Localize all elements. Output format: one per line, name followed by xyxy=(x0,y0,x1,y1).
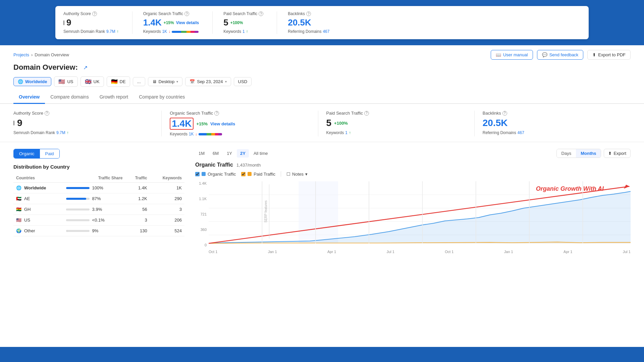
chart-controls: 1M 6M 1Y 2Y All time Days Months ⬆ Expor… xyxy=(195,149,631,158)
tab-growth-report[interactable]: Growth report xyxy=(94,91,134,104)
traffic-cell[interactable]: 1.4K xyxy=(125,183,150,193)
organic-value-highlighted: 1.4K xyxy=(170,118,194,130)
breadcrumb-projects[interactable]: Projects xyxy=(13,52,29,57)
tab-compare-countries[interactable]: Compare by countries xyxy=(133,91,190,104)
toggle-organic-btn[interactable]: Organic xyxy=(14,149,40,158)
authority-metric-info[interactable]: ? xyxy=(45,111,49,116)
organic-metric-info[interactable]: ? xyxy=(214,111,219,116)
y-label-3: 721 xyxy=(195,212,207,216)
table-row: 🌍 Other 9% 130 524 xyxy=(13,226,184,236)
tc-organic-label: Organic Search Traffic ? xyxy=(143,11,199,16)
backlinks-metric-info[interactable]: ? xyxy=(502,111,507,116)
legend-paid[interactable]: Paid Traffic xyxy=(241,172,275,177)
traffic-bar-fill xyxy=(66,219,66,221)
country-flag-icon: 🇬🇭 xyxy=(16,207,21,212)
rank-bar-icon xyxy=(63,20,64,25)
export-chart-btn[interactable]: ⬆ Export xyxy=(604,149,631,158)
keywords-cell[interactable]: 290 xyxy=(150,193,184,204)
traffic-share-cell: 3.9% xyxy=(63,204,125,215)
tc-authority-value: 9 xyxy=(63,17,119,28)
chart-title: Organic Traffic xyxy=(195,162,233,168)
filter-us[interactable]: 🇺🇸 US xyxy=(54,76,77,87)
header-actions: 📖 User manual 💬 Send feedback ⬆ Export t… xyxy=(491,50,631,60)
user-manual-button[interactable]: 📖 User manual xyxy=(491,50,533,60)
page-title-row: Domain Overview: ↗ xyxy=(0,60,644,74)
globe-icon: 🌐 xyxy=(18,79,23,84)
svg-rect-4 xyxy=(299,181,338,243)
tab-compare-domains[interactable]: Compare domains xyxy=(45,91,94,104)
time-all[interactable]: All time xyxy=(250,149,271,158)
traffic-share-cell: 87% xyxy=(63,193,125,204)
filter-currency[interactable]: USD xyxy=(234,77,252,86)
calendar-icon: 📅 xyxy=(190,79,195,84)
traffic-cell[interactable]: 56 xyxy=(125,204,150,215)
filter-device[interactable]: 🖥 Desktop ▾ xyxy=(148,77,183,86)
authority-info-icon[interactable]: ? xyxy=(92,11,97,16)
col-keywords: Keywords xyxy=(150,174,184,183)
legend-paid-checkbox[interactable] xyxy=(241,172,246,176)
table-row: 🇺🇸 US <0.1% 3 206 xyxy=(13,215,184,226)
organic-paid-toggle: Organic Paid xyxy=(13,149,60,159)
time-2y[interactable]: 2Y xyxy=(237,149,249,158)
time-6m[interactable]: 6M xyxy=(209,149,222,158)
notes-chevron-icon: ▾ xyxy=(305,172,308,177)
chart-subtitle: 1,437/month xyxy=(236,163,261,168)
keywords-cell[interactable]: 524 xyxy=(150,226,184,236)
filter-worldwide[interactable]: 🌐 Worldwide xyxy=(13,77,51,86)
serp-divider xyxy=(269,184,269,239)
tc-kw-bar xyxy=(172,31,199,33)
traffic-cell[interactable]: 3 xyxy=(125,215,150,226)
view-months-btn[interactable]: Months xyxy=(576,149,601,158)
chart-container: 1.4K 1.1K 721 360 0 SERP features xyxy=(195,181,631,254)
keywords-cell[interactable]: 3 xyxy=(150,204,184,215)
metrics-row: Authority Score ? 9 Semrush Domain Rank … xyxy=(0,104,644,142)
x-label-7: Jul 1 xyxy=(623,250,631,254)
x-axis-labels: Oct 1 Jan 1 Apr 1 Jul 1 Oct 1 Jan 1 Apr … xyxy=(209,248,631,254)
tc-authority-score: Authority Score ? 9 Semrush Domain Rank … xyxy=(63,11,119,34)
chevron-down-icon: ▾ xyxy=(176,80,178,83)
send-feedback-button[interactable]: 💬 Send feedback xyxy=(537,50,584,60)
filter-date[interactable]: 📅 Sep 23, 2024 ▾ xyxy=(185,77,231,86)
metric-authority: Authority Score ? 9 Semrush Domain Rank … xyxy=(13,111,161,136)
time-1m[interactable]: 1M xyxy=(195,149,208,158)
metric-organic-sub: Keywords 1K ↓ xyxy=(170,132,310,136)
date-chevron-icon: ▾ xyxy=(225,80,227,83)
paid-info-icon[interactable]: ? xyxy=(259,11,263,16)
filter-uk[interactable]: 🇬🇧 UK xyxy=(80,76,104,87)
legend-organic-checkbox[interactable] xyxy=(195,172,200,176)
legend-organic[interactable]: Organic Traffic xyxy=(195,172,236,177)
tabs-row: Overview Compare domains Growth report C… xyxy=(0,91,644,104)
filter-de[interactable]: 🇩🇪 DE xyxy=(107,76,130,87)
notes-button[interactable]: ☐ Notes ▾ xyxy=(286,172,308,177)
main-area: Projects › Domain Overview 📖 User manual… xyxy=(0,45,644,347)
organic-info-icon[interactable]: ? xyxy=(184,11,189,16)
country-name: Worldwide xyxy=(24,185,46,190)
kw-mini-bar xyxy=(199,133,222,135)
time-1y[interactable]: 1Y xyxy=(223,149,235,158)
backlinks-info-icon[interactable]: ? xyxy=(306,11,311,16)
paid-metric-info[interactable]: ? xyxy=(364,111,369,116)
keywords-cell[interactable]: 206 xyxy=(150,215,184,226)
organic-view-details[interactable]: View details xyxy=(210,121,235,126)
traffic-share-cell: 100% xyxy=(63,183,125,193)
export-icon: ⬆ xyxy=(592,52,596,57)
tc-organic-sub: Keywords 1K ↓ xyxy=(143,29,199,34)
desktop-icon: 🖥 xyxy=(152,79,157,84)
keywords-cell[interactable]: 1K xyxy=(150,183,184,193)
country-flag-icon: 🇺🇸 xyxy=(16,218,21,223)
toggle-paid-btn[interactable]: Paid xyxy=(40,149,59,158)
ai-annotation: Organic Growth With AI xyxy=(536,185,604,192)
metric-organic-label: Organic Search Traffic ? xyxy=(170,111,310,116)
view-days-btn[interactable]: Days xyxy=(557,149,576,158)
filter-more[interactable]: ... xyxy=(133,77,145,86)
tc-backlinks: Backlinks ? 20.5K Referring Domains 467 xyxy=(277,11,329,34)
left-panel: Organic Paid Distribution by Country Cou… xyxy=(13,149,184,269)
x-label-2: Apr 1 xyxy=(327,250,336,254)
traffic-cell[interactable]: 130 xyxy=(125,226,150,236)
export-pdf-button[interactable]: ⬆ Export to PDF xyxy=(587,50,631,60)
tab-overview[interactable]: Overview xyxy=(13,91,45,104)
tc-paid-label: Paid Search Traffic ? xyxy=(223,11,263,16)
tc-organic-view-details[interactable]: View details xyxy=(176,20,199,25)
traffic-cell[interactable]: 1.2K xyxy=(125,193,150,204)
external-link-icon[interactable]: ↗ xyxy=(83,64,88,71)
